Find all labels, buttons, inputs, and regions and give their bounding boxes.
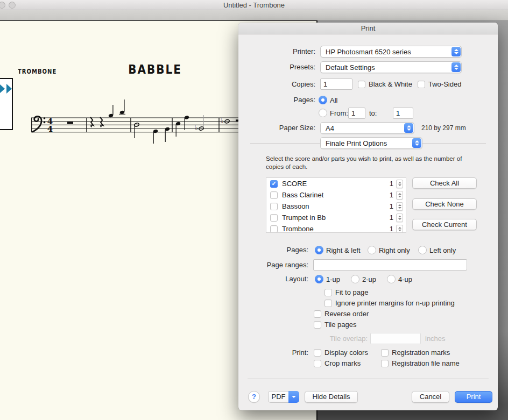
page-ranges-input[interactable] — [313, 259, 467, 270]
pages-left-only-radio[interactable]: Left only — [418, 246, 456, 254]
part-row-score[interactable]: SCORE 1 — [266, 178, 406, 189]
part-row-trumpet[interactable]: Trumpet in Bb 1 — [266, 212, 406, 223]
checkbox-icon[interactable] — [270, 225, 278, 233]
part-name: SCORE — [282, 180, 307, 188]
pages-label: Pages: — [238, 96, 315, 104]
checkbox-icon[interactable] — [270, 214, 278, 222]
two-sided-checkbox[interactable]: Two-Sided — [418, 80, 461, 88]
tile-pages-label: Tile pages — [324, 321, 357, 329]
check-current-button[interactable]: Check Current — [412, 219, 477, 230]
display-colors-checkbox[interactable]: Display colors — [314, 348, 368, 357]
hide-details-button[interactable]: Hide Details — [305, 391, 358, 403]
checkbox-icon[interactable] — [381, 349, 389, 357]
presets-label: Presets: — [238, 63, 315, 71]
part-name: Bass Clarinet — [282, 191, 323, 199]
radio-selected-icon[interactable] — [315, 246, 323, 254]
presets-value: Default Settings — [326, 63, 375, 72]
screen: Untitled - Trombone TROMBONE BABBLE — [0, 0, 508, 420]
part-row-bass-clarinet[interactable]: Bass Clarinet 1 — [266, 189, 406, 201]
radio-icon[interactable] — [368, 246, 376, 254]
checkbox-icon[interactable] — [314, 360, 321, 367]
print-button[interactable]: Print — [455, 391, 492, 403]
copies-label: Copies: — [238, 80, 315, 88]
reverse-order-checkbox[interactable]: Reverse order — [314, 310, 369, 318]
pdf-label[interactable]: PDF — [268, 391, 288, 403]
play-next-icon[interactable] — [6, 84, 12, 94]
dialog-title: Print — [238, 24, 498, 32]
copies-stepper[interactable] — [396, 202, 403, 211]
ignore-margins-checkbox[interactable]: Ignore printer margins for n-up printing — [324, 299, 455, 307]
check-all-button[interactable]: Check All — [412, 177, 477, 189]
pages-to-input[interactable] — [393, 108, 413, 119]
instruction-line1: Select the score and/or parts you wish t… — [266, 155, 481, 163]
print-dialog: Print Printer: HP Photosmart 6520 series… — [238, 23, 498, 410]
part-copies: 1 — [390, 202, 393, 210]
cancel-button[interactable]: Cancel — [412, 391, 449, 403]
checkbox-icon[interactable] — [314, 321, 321, 329]
radio-icon[interactable] — [319, 109, 327, 117]
layout-1up-label: 1-up — [326, 275, 340, 283]
part-row-bassoon[interactable]: Bassoon 1 — [266, 201, 406, 212]
pages-from-radio[interactable]: From: — [319, 109, 348, 117]
tile-pages-checkbox[interactable]: Tile pages — [314, 321, 357, 329]
dialog-header[interactable]: Print — [238, 23, 498, 34]
right-left-label: Right & left — [326, 246, 361, 254]
help-button[interactable]: ? — [248, 391, 260, 403]
presets-popup[interactable]: Default Settings — [320, 61, 462, 73]
page-ranges-label: Page ranges: — [238, 261, 308, 269]
checkbox-icon[interactable] — [324, 300, 332, 307]
fit-to-page-checkbox[interactable]: Fit to page — [324, 288, 368, 296]
registration-marks-checkbox[interactable]: Registration marks — [381, 348, 450, 357]
print-options-popup[interactable]: Finale Print Options — [320, 137, 422, 149]
tile-overlap-input — [370, 333, 421, 344]
left-only-label: Left only — [429, 246, 456, 254]
part-name: Bassoon — [282, 202, 309, 210]
popup-stepper-icon — [451, 62, 461, 72]
radio-selected-icon[interactable] — [319, 96, 327, 104]
part-row-trombone[interactable]: Trombone 1 — [266, 223, 406, 233]
display-colors-label: Display colors — [324, 348, 368, 357]
chevron-down-icon[interactable] — [288, 391, 299, 403]
pages-all-radio[interactable]: All — [319, 96, 337, 104]
radio-selected-icon[interactable] — [315, 275, 323, 283]
pages-right-only-radio[interactable]: Right only — [368, 246, 410, 254]
piece-title: BABBLE — [96, 62, 214, 77]
radio-icon[interactable] — [387, 275, 396, 283]
copies-stepper[interactable] — [396, 213, 403, 222]
radio-icon[interactable] — [351, 275, 359, 283]
checkbox-icon[interactable] — [324, 289, 332, 296]
crop-marks-checkbox[interactable]: Crop marks — [314, 359, 361, 367]
ignore-margins-label: Ignore printer margins for n-up printing — [335, 299, 455, 307]
checkbox-icon[interactable] — [270, 191, 278, 199]
checkbox-icon[interactable] — [358, 81, 365, 88]
popup-stepper-icon — [404, 123, 413, 133]
pdf-menu-button[interactable]: PDF — [268, 391, 299, 403]
pages-right-left-radio[interactable]: Right & left — [315, 246, 361, 254]
part-copies: 1 — [390, 180, 393, 188]
part-name: Trumpet in Bb — [282, 213, 326, 222]
copies-stepper[interactable] — [396, 180, 403, 188]
pages-to-label: to: — [369, 109, 377, 117]
printer-popup[interactable]: HP Photosmart 6520 series — [320, 46, 462, 58]
checkbox-icon[interactable] — [381, 360, 389, 367]
layout-2up-radio[interactable]: 2-up — [351, 275, 376, 283]
checkbox-icon[interactable] — [270, 203, 278, 210]
checkbox-icon[interactable] — [314, 310, 321, 318]
checkbox-icon[interactable] — [418, 81, 425, 88]
layout-4up-radio[interactable]: 4-up — [387, 275, 412, 283]
layout-1up-radio[interactable]: 1-up — [315, 275, 340, 283]
copies-input[interactable] — [320, 79, 352, 90]
pages-from-input[interactable] — [348, 108, 365, 119]
checkbox-checked-icon[interactable] — [270, 180, 278, 188]
parts-list[interactable]: SCORE 1 Bass Clarinet 1 Bassoon 1 Trumpe… — [266, 177, 406, 233]
radio-icon[interactable] — [418, 246, 427, 254]
play-icon[interactable] — [0, 84, 5, 94]
black-white-checkbox[interactable]: Black & White — [358, 80, 412, 88]
copies-stepper[interactable] — [396, 225, 403, 233]
check-none-button[interactable]: Check None — [412, 198, 477, 210]
registration-file-name-checkbox[interactable]: Registration file name — [381, 359, 460, 367]
paper-size-popup[interactable]: A4 — [320, 122, 414, 134]
copies-stepper[interactable] — [396, 191, 403, 200]
part-copies: 1 — [390, 213, 393, 222]
checkbox-icon[interactable] — [314, 349, 321, 357]
